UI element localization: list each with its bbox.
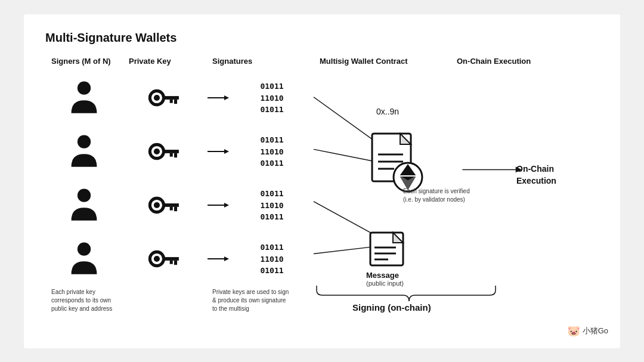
signer-row-2: 01011 11010 01011	[45, 125, 314, 178]
svg-point-2	[154, 95, 160, 101]
sig-2: 01011 11010 01011	[230, 134, 314, 169]
main-card: Multi-Signature Wallets Signers (M of N)…	[24, 14, 620, 348]
svg-rect-11	[162, 150, 179, 153]
arrow-1	[206, 93, 230, 103]
svg-rect-28	[174, 261, 177, 265]
svg-rect-3	[162, 96, 179, 100]
svg-rect-20	[174, 207, 177, 211]
signer-icon-3	[45, 187, 123, 223]
svg-point-26	[154, 256, 160, 262]
message-document	[367, 231, 409, 272]
col-header-private-key: Private Key	[129, 57, 212, 67]
page-title: Multi-Signature Wallets	[45, 31, 599, 45]
svg-marker-7	[224, 95, 229, 100]
footnote-signers: Each private key corresponds to its own …	[51, 288, 129, 313]
signer-icon-1	[45, 80, 123, 116]
col-header-signers: Signers (M of N)	[51, 57, 129, 67]
key-icon-3	[123, 192, 206, 218]
svg-point-24	[78, 243, 91, 256]
svg-rect-19	[162, 203, 179, 207]
svg-marker-15	[224, 149, 229, 154]
svg-rect-12	[174, 153, 177, 157]
svg-point-8	[78, 135, 91, 148]
watermark-text: 小猪Go	[583, 326, 608, 336]
svg-rect-4	[174, 100, 177, 104]
svg-rect-21	[170, 207, 173, 211]
execution-label: On-Chain Execution	[516, 163, 582, 187]
svg-point-16	[78, 189, 91, 202]
sig-3: 01011 11010 01011	[230, 188, 314, 223]
footnote-keys: Private keys are used to sign & produce …	[212, 288, 296, 313]
signer-row-3: 01011 11010 01011	[45, 178, 314, 232]
watermark: 🐷 小猪Go	[567, 324, 608, 338]
svg-rect-5	[170, 100, 173, 103]
sig-4: 01011 11010 01011	[230, 242, 314, 277]
signer-icon-4	[45, 241, 123, 277]
key-icon-2	[123, 138, 206, 165]
col-header-multisig: Multisig Wallet Contract	[320, 57, 457, 67]
svg-rect-13	[170, 153, 173, 157]
signer-list: 01011 11010 01011	[45, 71, 314, 286]
contract-note: Each signature is verified (i.e. by vali…	[403, 187, 481, 204]
column-headers: Signers (M of N) Private Key Signatures …	[45, 57, 599, 67]
svg-marker-31	[224, 256, 229, 261]
key-icon-4	[123, 246, 206, 272]
key-icon-1	[123, 85, 206, 111]
col-header-signatures: Signatures	[212, 57, 320, 67]
right-section: 0x..9n	[314, 71, 599, 286]
watermark-logo: 🐷	[567, 324, 580, 338]
diagram: 01011 11010 01011	[45, 71, 599, 286]
svg-point-18	[154, 202, 160, 208]
sig-1: 01011 11010 01011	[230, 81, 314, 116]
svg-point-10	[154, 148, 160, 154]
svg-rect-29	[170, 261, 173, 264]
signer-row-1: 01011 11010 01011	[45, 71, 314, 125]
arrow-3	[206, 200, 230, 210]
svg-rect-27	[162, 257, 179, 261]
arrow-4	[206, 254, 230, 264]
svg-marker-23	[224, 203, 229, 208]
col-header-execution: On-Chain Execution	[457, 57, 552, 67]
signing-brace	[314, 284, 499, 305]
arrow-2	[206, 147, 230, 156]
svg-point-0	[78, 82, 91, 95]
signing-label: Signing (on-chain)	[352, 302, 431, 313]
contract-address: 0x..9n	[376, 107, 399, 116]
signer-row-4: 01011 11010 01011	[45, 232, 314, 286]
signer-icon-2	[45, 134, 123, 169]
